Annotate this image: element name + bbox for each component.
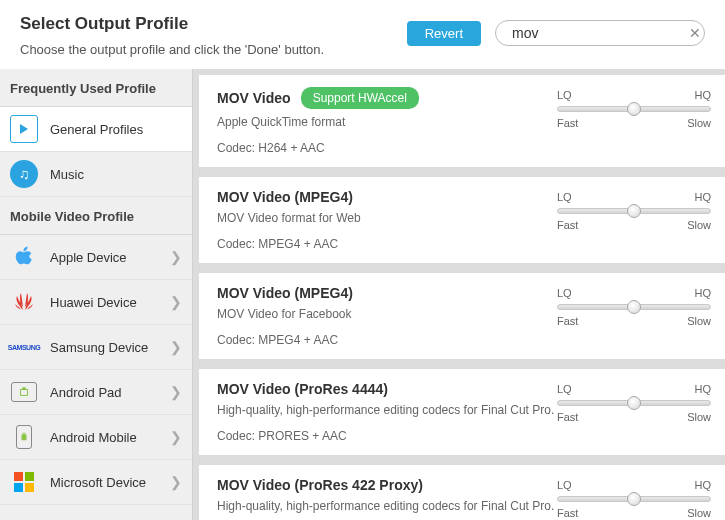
profile-sliders: LQHQ FastSlow: [557, 285, 725, 347]
svg-rect-6: [25, 483, 34, 492]
profile-codec: Codec: PRORES + AAC: [217, 429, 557, 443]
chevron-right-icon: ❯: [170, 429, 182, 445]
sidebar-item-android-pad[interactable]: Android Pad ❯: [0, 370, 192, 415]
fast-label: Fast: [557, 219, 578, 231]
sidebar-item-music[interactable]: ♫ Music: [0, 152, 192, 197]
profile-name: MOV Video (ProRes 4444): [217, 381, 388, 397]
profile-info: MOV Video (MPEG4) MOV Video format for W…: [217, 189, 557, 251]
lq-label: LQ: [557, 89, 572, 101]
slider-thumb[interactable]: [627, 396, 641, 410]
profile-card[interactable]: MOV Video (MPEG4) MOV Video for Facebook…: [199, 273, 725, 359]
sidebar-section-frequently-used: Frequently Used Profile: [0, 69, 192, 107]
profile-info: MOV Video (ProRes 422 Proxy) High-qualit…: [217, 477, 557, 520]
profile-sliders: LQHQ FastSlow: [557, 381, 725, 443]
page-subtitle: Choose the output profile and click the …: [20, 42, 324, 57]
slow-label: Slow: [687, 507, 711, 519]
sidebar-item-general-profiles[interactable]: General Profiles: [0, 107, 192, 152]
fast-label: Fast: [557, 315, 578, 327]
profile-codec: Codec: H264 + AAC: [217, 141, 557, 155]
lq-label: LQ: [557, 383, 572, 395]
hq-label: HQ: [695, 89, 712, 101]
sidebar-item-apple-device[interactable]: Apple Device ❯: [0, 235, 192, 280]
quality-slider[interactable]: [557, 400, 711, 406]
profile-name: MOV Video: [217, 90, 291, 106]
android-mobile-icon: [10, 423, 38, 451]
fast-label: Fast: [557, 411, 578, 423]
slow-label: Slow: [687, 411, 711, 423]
profile-description: MOV Video format for Web: [217, 211, 557, 225]
android-pad-icon: [10, 378, 38, 406]
slow-label: Slow: [687, 315, 711, 327]
chevron-right-icon: ❯: [170, 474, 182, 490]
sidebar[interactable]: Frequently Used Profile General Profiles…: [0, 69, 193, 520]
slow-label: Slow: [687, 117, 711, 129]
slow-label: Slow: [687, 219, 711, 231]
sidebar-item-microsoft-device[interactable]: Microsoft Device ❯: [0, 460, 192, 505]
hq-label: HQ: [695, 383, 712, 395]
sidebar-item-label: General Profiles: [50, 122, 182, 137]
search-input[interactable]: [512, 25, 687, 41]
profile-card[interactable]: MOV Video (MPEG4) MOV Video format for W…: [199, 177, 725, 263]
slider-thumb[interactable]: [627, 492, 641, 506]
svg-rect-2: [22, 435, 27, 441]
music-note-icon: ♫: [10, 160, 38, 188]
sidebar-item-huawei-device[interactable]: Huawei Device ❯: [0, 280, 192, 325]
chevron-right-icon: ❯: [170, 339, 182, 355]
profile-codec: Codec: MPEG4 + AAC: [217, 237, 557, 251]
profile-sliders: LQHQ FastSlow: [557, 189, 725, 251]
profile-codec: Codec: MPEG4 + AAC: [217, 333, 557, 347]
profile-info: MOV Video (ProRes 4444) High-quality, hi…: [217, 381, 557, 443]
slider-thumb[interactable]: [627, 102, 641, 116]
sidebar-item-label: Microsoft Device: [50, 475, 158, 490]
profile-list[interactable]: MOV Video Support HWAccel Apple QuickTim…: [193, 69, 725, 520]
sidebar-section-mobile-video: Mobile Video Profile: [0, 197, 192, 235]
profile-name: MOV Video (MPEG4): [217, 285, 353, 301]
lq-label: LQ: [557, 191, 572, 203]
quality-slider[interactable]: [557, 106, 711, 112]
profile-description: MOV Video for Facebook: [217, 307, 557, 321]
slider-thumb[interactable]: [627, 204, 641, 218]
profile-name: MOV Video (MPEG4): [217, 189, 353, 205]
search-box[interactable]: ✕: [495, 20, 705, 46]
profile-description: Apple QuickTime format: [217, 115, 557, 129]
sidebar-item-label: Apple Device: [50, 250, 158, 265]
fast-label: Fast: [557, 507, 578, 519]
quality-slider[interactable]: [557, 304, 711, 310]
svg-rect-4: [25, 472, 34, 481]
profile-description: High-quality, high-performance editing c…: [217, 403, 557, 417]
profile-card[interactable]: MOV Video (ProRes 4444) High-quality, hi…: [199, 369, 725, 455]
chevron-right-icon: ❯: [170, 294, 182, 310]
quality-slider[interactable]: [557, 208, 711, 214]
sidebar-item-label: Huawei Device: [50, 295, 158, 310]
fast-label: Fast: [557, 117, 578, 129]
lq-label: LQ: [557, 287, 572, 299]
microsoft-logo-icon: [10, 468, 38, 496]
revert-button[interactable]: Revert: [407, 21, 481, 46]
hq-label: HQ: [695, 287, 712, 299]
sidebar-item-android-mobile[interactable]: Android Mobile ❯: [0, 415, 192, 460]
hq-label: HQ: [695, 479, 712, 491]
profile-sliders: LQHQ FastSlow: [557, 477, 725, 520]
sidebar-item-label: Android Pad: [50, 385, 158, 400]
header-right: Revert ✕: [407, 20, 705, 46]
slider-thumb[interactable]: [627, 300, 641, 314]
hq-label: HQ: [695, 191, 712, 203]
header-left: Select Output Profile Choose the output …: [20, 14, 324, 57]
quality-slider[interactable]: [557, 496, 711, 502]
clear-search-button[interactable]: ✕: [687, 25, 703, 41]
hwaccel-badge: Support HWAccel: [301, 87, 419, 109]
huawei-logo-icon: [10, 288, 38, 316]
lq-label: LQ: [557, 479, 572, 491]
profile-sliders: LQHQ FastSlow: [557, 87, 725, 155]
apple-logo-icon: [10, 243, 38, 271]
profile-description: High-quality, high-performance editing c…: [217, 499, 557, 513]
sidebar-item-label: Music: [50, 167, 182, 182]
sidebar-item-label: Samsung Device: [50, 340, 158, 355]
profile-info: MOV Video (MPEG4) MOV Video for Facebook…: [217, 285, 557, 347]
profile-info: MOV Video Support HWAccel Apple QuickTim…: [217, 87, 557, 155]
profile-card[interactable]: MOV Video Support HWAccel Apple QuickTim…: [199, 75, 725, 167]
sidebar-item-samsung-device[interactable]: SAMSUNG Samsung Device ❯: [0, 325, 192, 370]
header: Select Output Profile Choose the output …: [0, 0, 725, 69]
profile-card[interactable]: MOV Video (ProRes 422 Proxy) High-qualit…: [199, 465, 725, 520]
monitor-play-icon: [10, 115, 38, 143]
